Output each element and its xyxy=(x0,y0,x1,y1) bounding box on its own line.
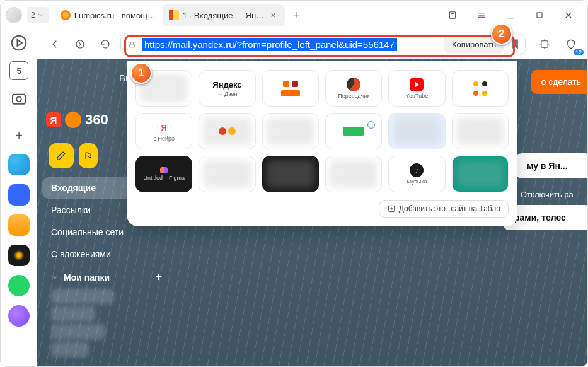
shield-badge: 12 xyxy=(574,49,584,55)
tablo-tile-yandex[interactable]: Яндекс→ Дзен xyxy=(199,70,255,107)
add-to-tablo-button[interactable]: Добавить этот сайт на Табло xyxy=(379,200,509,218)
add-folder-icon[interactable]: + xyxy=(155,271,162,284)
reload-button[interactable] xyxy=(95,34,115,54)
tab-favicon xyxy=(169,10,179,20)
profile-avatar[interactable] xyxy=(6,7,22,23)
yandex-logo: Я xyxy=(46,112,61,127)
svg-rect-3 xyxy=(130,44,135,47)
compose-button[interactable] xyxy=(49,143,74,168)
tablo-tile[interactable] xyxy=(262,70,319,107)
strip-add-button[interactable]: + xyxy=(9,126,28,145)
brand-360-text: 360 xyxy=(85,112,108,128)
sidebar-item-attachments[interactable]: С вложениями xyxy=(42,243,171,265)
tablo-tile-figma[interactable]: Untitled – Figma xyxy=(135,156,192,192)
tablo-tile[interactable] xyxy=(325,113,382,149)
strip-play-icon[interactable] xyxy=(9,33,28,52)
tab-label: Lumpics.ru - помощь с ко xyxy=(74,11,156,20)
folder-item[interactable] xyxy=(51,306,95,322)
app-whatsapp[interactable] xyxy=(8,275,30,296)
svg-point-5 xyxy=(12,36,26,50)
annotation-callout-1: 1 xyxy=(130,62,152,84)
back-button[interactable] xyxy=(45,34,65,54)
tablo-tile[interactable] xyxy=(262,156,319,192)
tablo-tile[interactable] xyxy=(452,156,509,192)
svg-rect-4 xyxy=(541,41,548,48)
tablo-panel: Яндекс→ Дзен Переводчик YouTube Яс Нейро… xyxy=(127,61,517,226)
strip-divider xyxy=(11,117,27,117)
menu-icon[interactable] xyxy=(473,6,490,24)
app-alice[interactable] xyxy=(8,305,30,327)
tablo-tile-youtube[interactable]: YouTube xyxy=(388,70,445,107)
window-maximize[interactable] xyxy=(531,6,548,24)
lock-icon xyxy=(127,40,137,49)
plus-square-icon xyxy=(387,204,396,213)
sidebar-folders-header[interactable]: Мои папки + xyxy=(42,265,171,286)
tablo-tile-neuro[interactable]: Яс Нейро xyxy=(135,113,192,149)
tablo-tile[interactable] xyxy=(452,113,509,149)
tablo-tile-music[interactable]: ♪Музыка xyxy=(388,156,445,192)
app-dark[interactable] xyxy=(8,245,30,266)
svg-rect-6 xyxy=(13,95,25,104)
extensions-icon[interactable] xyxy=(534,34,555,54)
tablo-tile[interactable] xyxy=(199,156,255,192)
downloads-icon[interactable] xyxy=(444,6,461,24)
tablo-tile[interactable] xyxy=(199,113,255,149)
tablo-tile[interactable] xyxy=(452,70,509,107)
folder-item[interactable] xyxy=(51,342,89,357)
tab-favicon xyxy=(61,10,71,20)
tablo-tile-translate[interactable]: Переводчик xyxy=(325,70,382,107)
promo-sub[interactable]: Отключить ра xyxy=(509,182,587,207)
window-close[interactable] xyxy=(560,6,577,24)
app-telegram[interactable] xyxy=(8,154,30,175)
tablo-tile[interactable] xyxy=(325,156,382,192)
tab-count-pill[interactable]: 2 xyxy=(27,7,49,23)
promo-card[interactable]: му в Ян... xyxy=(516,153,587,178)
tablo-tile[interactable] xyxy=(388,113,445,149)
chevron-down-icon xyxy=(51,274,59,281)
annotation-callout-2: 2 xyxy=(491,23,512,45)
strip-tabs-count[interactable]: 5 xyxy=(9,61,28,80)
create-button[interactable]: о сделать xyxy=(531,70,587,94)
chevron-down-icon xyxy=(37,11,45,20)
tab-count-number: 2 xyxy=(31,11,35,20)
svg-rect-0 xyxy=(449,12,455,19)
close-tab-icon[interactable]: × xyxy=(268,10,279,20)
window-minimize[interactable] xyxy=(502,6,519,24)
yandex-360-icon xyxy=(65,112,81,128)
tab-mail[interactable]: 1 · Входящие — Яндекс × xyxy=(163,4,285,26)
address-bar[interactable]: https://mail.yandex.ru/?from=profile_lef… xyxy=(120,33,526,55)
strip-screenshot-icon[interactable] xyxy=(9,89,28,108)
tab-lumpics[interactable]: Lumpics.ru - помощь с ко xyxy=(54,4,163,26)
left-sidebar-strip: 5 + xyxy=(1,30,37,366)
tab-label: 1 · Входящие — Яндекс xyxy=(183,11,265,20)
svg-rect-1 xyxy=(537,13,542,18)
folder-item[interactable] xyxy=(51,324,105,339)
compose-secondary-button[interactable] xyxy=(79,143,98,168)
app-blue[interactable] xyxy=(8,184,30,206)
yandex-home-button[interactable] xyxy=(70,34,90,54)
folder-item[interactable] xyxy=(51,289,114,304)
new-tab-button[interactable]: + xyxy=(287,6,305,24)
svg-point-7 xyxy=(16,97,21,102)
tablo-tile[interactable] xyxy=(262,113,319,149)
shield-icon[interactable]: 12 xyxy=(561,34,581,54)
app-orange[interactable] xyxy=(8,214,30,236)
url-text: https://mail.yandex.ru/?from=profile_lef… xyxy=(142,38,397,51)
